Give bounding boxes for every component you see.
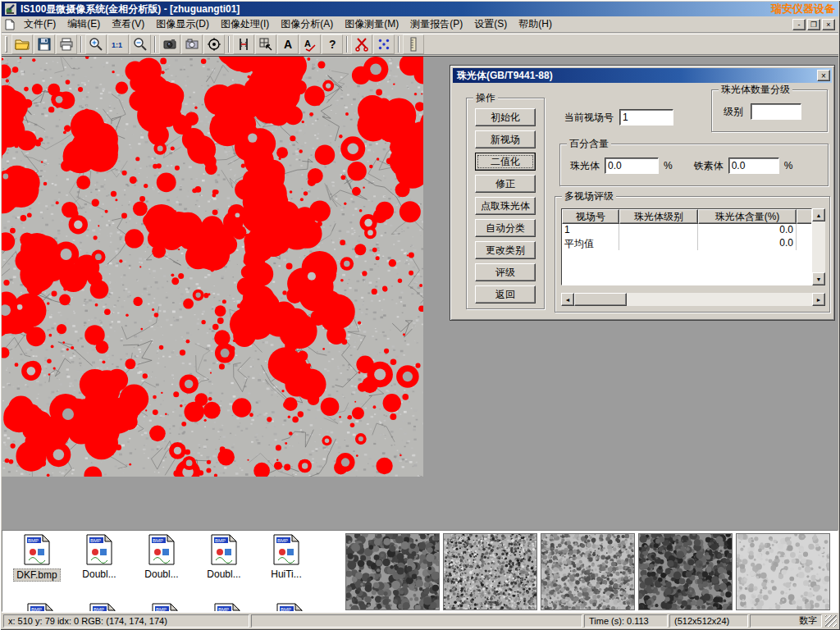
table-vertical-scrollbar[interactable]: ▲ ▼ [812, 208, 825, 285]
open-button[interactable] [11, 34, 33, 54]
zoom-out-button[interactable] [130, 34, 151, 54]
ruler-button[interactable] [403, 34, 424, 54]
camera-icon [185, 37, 199, 52]
file-list: BMP DKF.bmp BMP Doubl... BMP Doubl... BM… [6, 532, 344, 611]
column-header[interactable]: 珠光体级别 [619, 209, 698, 224]
svg-text:BMP: BMP [277, 538, 288, 543]
svg-text:BMP: BMP [90, 538, 101, 543]
table-row[interactable]: 平均值0.0 [562, 237, 811, 250]
annotate-button[interactable]: A [299, 34, 321, 54]
cut-button[interactable] [351, 34, 372, 54]
menu-item[interactable]: 编辑(E) [62, 16, 106, 33]
return-button[interactable]: 返回 [475, 285, 536, 304]
image-thumbnail[interactable] [443, 533, 537, 610]
target-icon [207, 37, 221, 52]
file-item[interactable]: BMP DKF.bmp [6, 532, 68, 582]
status-spacer [251, 614, 582, 628]
file-panel: BMP DKF.bmp BMP Doubl... BMP Doubl... BM… [2, 530, 838, 612]
save-button[interactable] [34, 34, 55, 54]
bmp-file-icon: BMP [89, 603, 116, 611]
actual-size-button[interactable]: 1:1 [107, 34, 129, 54]
file-item[interactable]: BMP [258, 603, 321, 611]
target-button[interactable] [203, 34, 225, 54]
pick-pearlite-button[interactable]: 点取珠光体 [475, 197, 536, 215]
menu-item[interactable]: 图像显示(D) [150, 16, 215, 33]
scroll-right-icon[interactable]: ► [812, 293, 825, 306]
column-header[interactable]: 铁素 [797, 209, 812, 224]
file-item[interactable]: BMP [71, 603, 134, 611]
document-icon [5, 19, 15, 30]
camera-button[interactable] [181, 34, 203, 54]
image-thumbnail[interactable] [638, 533, 733, 610]
micrograph-image[interactable] [2, 57, 423, 477]
actual-size-icon: 1:1 [111, 37, 126, 52]
correct-button[interactable]: 修正 [475, 175, 536, 193]
child-restore-button[interactable]: ❐ [807, 19, 820, 30]
status-bar: x: 510 y: 79 idx: 0 RGB: (174, 174, 174)… [2, 612, 838, 628]
caliper-button[interactable] [233, 34, 254, 54]
print-button[interactable] [56, 34, 77, 54]
init-button[interactable]: 初始化 [475, 108, 536, 126]
scroll-down-icon[interactable]: ▼ [812, 272, 825, 285]
bmp-file-icon: BMP [148, 534, 176, 568]
table-row[interactable]: 10.0 [562, 224, 811, 237]
vertical-scroll-track[interactable] [812, 221, 825, 272]
ruler-icon [406, 37, 421, 52]
ferrite-percent-input[interactable] [728, 158, 779, 174]
change-class-button[interactable]: 更改类别 [475, 241, 536, 259]
toolbar-grip[interactable] [5, 36, 7, 52]
menu-item[interactable]: 测量报告(P) [404, 16, 468, 33]
auto-classify-button[interactable]: 自动分类 [475, 219, 536, 237]
file-item[interactable]: BMP Doubl... [68, 532, 130, 582]
menu-items: 文件(F)编辑(E)查看(V)图像显示(D)图像处理(I)图像分析(A)图像测量… [18, 16, 558, 33]
grade-button[interactable]: 评级 [475, 263, 536, 281]
menu-item[interactable]: 设置(S) [468, 16, 513, 33]
child-close-button[interactable]: × [822, 19, 835, 30]
file-item[interactable]: BMP Doubl... [193, 532, 255, 582]
percent-group-label: 百分含量 [567, 138, 611, 150]
table-cell [619, 224, 698, 237]
new-field-button[interactable]: 新视场 [475, 130, 536, 148]
child-minimize-button[interactable]: - [792, 19, 806, 30]
current-field-input[interactable] [619, 109, 673, 126]
resize-grip[interactable] [825, 615, 837, 627]
image-thumbnail[interactable] [345, 533, 440, 610]
menu-item[interactable]: 查看(V) [106, 16, 150, 33]
file-item[interactable]: BMP [9, 603, 71, 611]
menu-item[interactable]: 帮助(H) [513, 16, 558, 33]
horizontal-scroll-thumb[interactable] [574, 293, 627, 306]
dialog-close-button[interactable]: × [817, 70, 830, 81]
column-header[interactable]: 视场号 [562, 209, 619, 224]
grade-group-label: 珠光体数量分级 [719, 84, 792, 96]
menu-item[interactable]: 图像分析(A) [275, 16, 339, 33]
binarize-button[interactable]: 二值化 [475, 153, 536, 171]
grade-input[interactable] [751, 103, 801, 120]
image-thumbnail[interactable] [541, 533, 635, 610]
help-button[interactable]: ? [322, 34, 343, 54]
file-item[interactable]: BMP [134, 603, 196, 611]
svg-text:BMP: BMP [94, 607, 104, 611]
pearlite-percent-input[interactable] [605, 158, 659, 174]
multi-field-group: 多视场评级 视场号珠光体级别珠光体含量(%)铁素 10.0平均值0.0 ▲ ▼ … [555, 196, 830, 313]
scroll-left-icon[interactable]: ◄ [561, 293, 574, 306]
calibrate-points-button[interactable] [373, 34, 395, 54]
menu-item[interactable]: 图像处理(I) [215, 16, 275, 33]
file-item[interactable]: BMP HuiTi... [255, 532, 317, 582]
text-button[interactable]: A [277, 34, 299, 54]
file-item[interactable]: BMP [196, 603, 258, 611]
horizontal-scroll-track[interactable] [574, 293, 812, 306]
window-title: IS100显微摄像系统(金相分析版) - [zhuguangti01] [21, 2, 240, 16]
annotate-icon: A [303, 37, 317, 52]
scroll-up-icon[interactable]: ▲ [812, 208, 825, 221]
menu-item[interactable]: 图像测量(M) [339, 16, 404, 33]
menu-item[interactable]: 文件(F) [18, 16, 62, 33]
dialog-title-bar[interactable]: 珠光体(GB/T9441-88) × [453, 68, 832, 83]
table-horizontal-scrollbar[interactable]: ◄ ► [561, 293, 825, 306]
table-cell: 平均值 [562, 237, 619, 250]
zoom-in-button[interactable] [85, 34, 107, 54]
grid-select-button[interactable] [255, 34, 276, 54]
column-header[interactable]: 珠光体含量(%) [698, 209, 797, 224]
file-item[interactable]: BMP Doubl... [130, 532, 193, 582]
capture-button[interactable] [159, 34, 180, 54]
image-thumbnail[interactable] [736, 533, 830, 610]
